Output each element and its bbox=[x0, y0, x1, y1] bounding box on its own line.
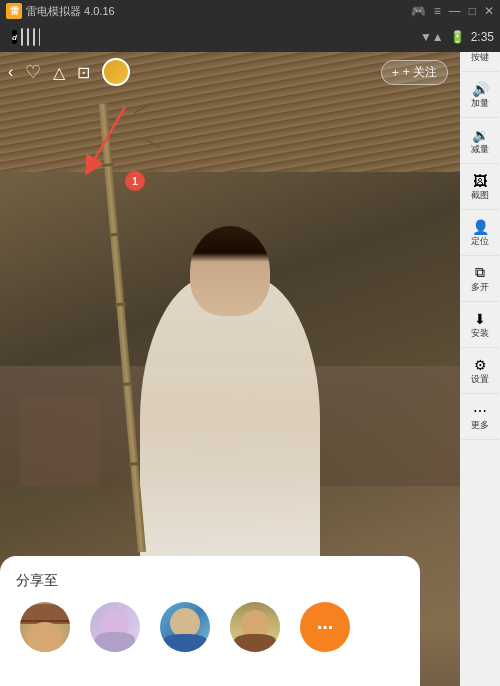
share-contact-2[interactable] bbox=[90, 602, 140, 656]
share-panel: 分享至 bbox=[0, 556, 420, 686]
right-sidebar: ⌨ 按键 🔊 加量 🔉 减量 🖼 截图 👤 定位 ⧉ 多开 ⬇ 安装 ⚙ 设置 … bbox=[460, 22, 500, 686]
screenshot-label: 截图 bbox=[471, 191, 489, 201]
triangle-button[interactable]: △ bbox=[53, 63, 65, 82]
title-bar-left: 雷 雷电模拟器 4.0.16 bbox=[6, 3, 115, 19]
settings-label: 设置 bbox=[471, 375, 489, 385]
menu-icon[interactable]: ≡ bbox=[434, 4, 441, 18]
gamepad-icon[interactable]: 🎮 bbox=[411, 4, 426, 18]
sidebar-item-location[interactable]: 👤 定位 bbox=[461, 210, 499, 256]
more-contacts-icon: ··· bbox=[317, 616, 334, 639]
back-button[interactable]: ‹ bbox=[8, 63, 13, 81]
minimize-button[interactable]: — bbox=[449, 4, 461, 18]
toolbar: d A bbox=[0, 22, 40, 52]
contact-avatar-3 bbox=[160, 602, 210, 652]
contact-avatar-5: ··· bbox=[300, 602, 350, 652]
settings-icon: ⚙ bbox=[474, 357, 487, 373]
close-button[interactable]: ✕ bbox=[484, 4, 494, 18]
location-label: 定位 bbox=[471, 237, 489, 247]
sidebar-item-more[interactable]: ⋯ 更多 bbox=[461, 394, 499, 440]
share-contact-3[interactable] bbox=[160, 602, 210, 656]
share-contact-4[interactable] bbox=[230, 602, 280, 656]
top-overlay: ‹ ♡ △ ⊡ + + 关注 bbox=[0, 52, 460, 92]
more-icon: ⋯ bbox=[473, 403, 487, 419]
sidebar-item-volume-down[interactable]: 🔉 减量 bbox=[461, 118, 499, 164]
svg-line-1 bbox=[90, 107, 125, 167]
volume-up-icon: 🔊 bbox=[472, 81, 489, 97]
volume-up-label: 加量 bbox=[471, 99, 489, 109]
install-label: 安装 bbox=[471, 329, 489, 339]
share-title: 分享至 bbox=[16, 572, 404, 590]
contact-avatar-2 bbox=[90, 602, 140, 652]
annotation-badge: 1 bbox=[125, 171, 145, 191]
toolbar-white-1[interactable] bbox=[21, 28, 23, 46]
person-head bbox=[190, 226, 270, 316]
app-title: 雷电模拟器 4.0.16 bbox=[26, 4, 115, 19]
battery-icon: 🔋 bbox=[450, 30, 465, 44]
user-avatar[interactable] bbox=[102, 58, 130, 86]
arrow-annotation: 1 bbox=[80, 102, 140, 186]
building-left bbox=[20, 396, 100, 486]
install-icon: ⬇ bbox=[474, 311, 486, 327]
volume-down-label: 减量 bbox=[471, 145, 489, 155]
bookmark-button[interactable]: ⊡ bbox=[77, 63, 90, 82]
share-contacts: ··· bbox=[16, 602, 404, 656]
location-icon: 👤 bbox=[472, 219, 489, 235]
more-label: 更多 bbox=[471, 421, 489, 431]
sidebar-item-multi[interactable]: ⧉ 多开 bbox=[461, 256, 499, 302]
status-bar: ▼▲ 🔋 2:35 bbox=[40, 22, 500, 52]
screenshot-icon: 🖼 bbox=[473, 173, 487, 189]
toolbar-white-2[interactable] bbox=[27, 28, 29, 46]
toolbar-tiktok-icon[interactable]: d bbox=[12, 30, 17, 44]
contact-avatar-4 bbox=[230, 602, 280, 652]
volume-down-icon: 🔉 bbox=[472, 127, 489, 143]
toolbar-white-3[interactable] bbox=[33, 28, 35, 46]
emulator-screen[interactable]: ‹ ♡ △ ⊡ + + 关注 1 分享至 bbox=[0, 52, 460, 686]
app-logo: 雷 bbox=[6, 3, 22, 19]
title-bar: 雷 雷电模拟器 4.0.16 🎮 ≡ — □ ✕ bbox=[0, 0, 500, 22]
sidebar-item-settings[interactable]: ⚙ 设置 bbox=[461, 348, 499, 394]
maximize-button[interactable]: □ bbox=[469, 4, 476, 18]
clock: 2:35 bbox=[471, 30, 494, 44]
follow-button[interactable]: + + 关注 bbox=[381, 60, 448, 85]
keys-label: 按键 bbox=[471, 53, 489, 63]
multi-icon: ⧉ bbox=[475, 264, 485, 281]
sidebar-item-install[interactable]: ⬇ 安装 bbox=[461, 302, 499, 348]
multi-label: 多开 bbox=[471, 283, 489, 293]
follow-text: + 关注 bbox=[403, 64, 437, 81]
contact-avatar-1 bbox=[20, 602, 70, 652]
sidebar-item-volume-up[interactable]: 🔊 加量 bbox=[461, 72, 499, 118]
follow-plus: + bbox=[392, 66, 399, 80]
title-bar-controls: 🎮 ≡ — □ ✕ bbox=[411, 4, 494, 18]
red-arrow-svg bbox=[80, 102, 140, 182]
heart-button[interactable]: ♡ bbox=[25, 61, 41, 83]
sidebar-item-screenshot[interactable]: 🖼 截图 bbox=[461, 164, 499, 210]
share-contact-5[interactable]: ··· bbox=[300, 602, 350, 656]
badge-number: 1 bbox=[132, 176, 138, 187]
share-contact-1[interactable] bbox=[20, 602, 70, 656]
wifi-icon: ▼▲ bbox=[420, 30, 444, 44]
